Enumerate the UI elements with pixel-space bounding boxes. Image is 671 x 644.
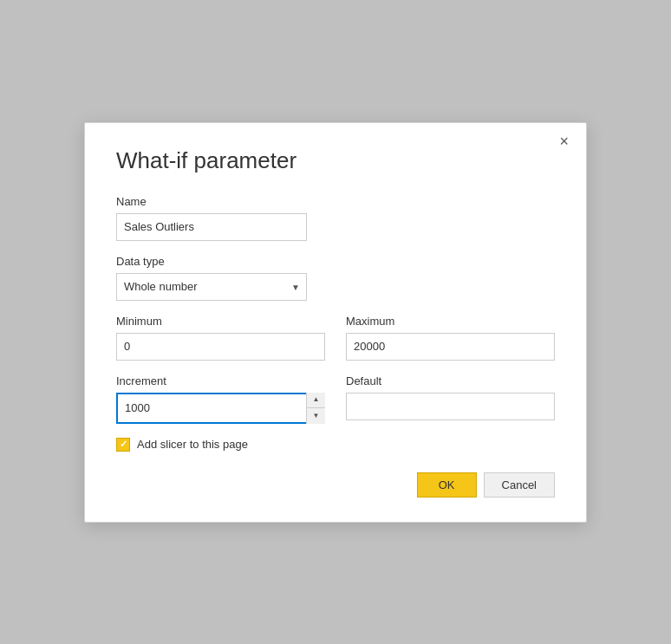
dialog-overlay: × What-if parameter Name Data type Whole… — [0, 0, 671, 644]
add-slicer-label: Add slicer to this page — [137, 438, 248, 451]
increment-spinner-wrapper: ▲ ▼ — [116, 393, 325, 424]
close-button[interactable]: × — [554, 132, 574, 151]
default-col: Default — [346, 374, 555, 424]
dialog-footer: OK Cancel — [116, 472, 555, 498]
checkmark-icon: ✓ — [120, 439, 127, 449]
data-type-section: Data type Whole number Decimal number Fi… — [116, 255, 555, 301]
name-section: Name — [116, 195, 555, 241]
increment-default-row: Increment ▲ ▼ Default — [116, 374, 555, 424]
increment-input[interactable] — [116, 393, 325, 424]
maximum-label: Maximum — [346, 315, 555, 328]
minimum-col: Minimum — [116, 315, 325, 361]
add-slicer-row[interactable]: ✓ Add slicer to this page — [116, 438, 555, 452]
data-type-select[interactable]: Whole number Decimal number Fixed decima… — [116, 273, 307, 301]
increment-spinner-buttons: ▲ ▼ — [306, 393, 325, 424]
data-type-label: Data type — [116, 255, 555, 268]
maximum-input[interactable] — [346, 333, 555, 361]
default-label: Default — [346, 374, 555, 387]
minimum-input[interactable] — [116, 333, 325, 361]
increment-up-button[interactable]: ▲ — [307, 393, 325, 409]
cancel-button[interactable]: Cancel — [484, 472, 555, 498]
name-label: Name — [116, 195, 555, 208]
increment-col: Increment ▲ ▼ — [116, 374, 325, 424]
what-if-dialog: × What-if parameter Name Data type Whole… — [84, 122, 587, 523]
maximum-col: Maximum — [346, 315, 555, 361]
default-input[interactable] — [346, 393, 555, 420]
add-slicer-checkbox[interactable]: ✓ — [116, 438, 130, 452]
minimum-label: Minimum — [116, 315, 325, 328]
data-type-select-wrapper: Whole number Decimal number Fixed decima… — [116, 273, 307, 301]
increment-down-button[interactable]: ▼ — [307, 408, 325, 424]
increment-label: Increment — [116, 374, 325, 387]
min-max-row: Minimum Maximum — [116, 315, 555, 361]
name-input[interactable] — [116, 213, 307, 241]
ok-button[interactable]: OK — [417, 472, 477, 498]
dialog-title: What-if parameter — [116, 147, 555, 174]
